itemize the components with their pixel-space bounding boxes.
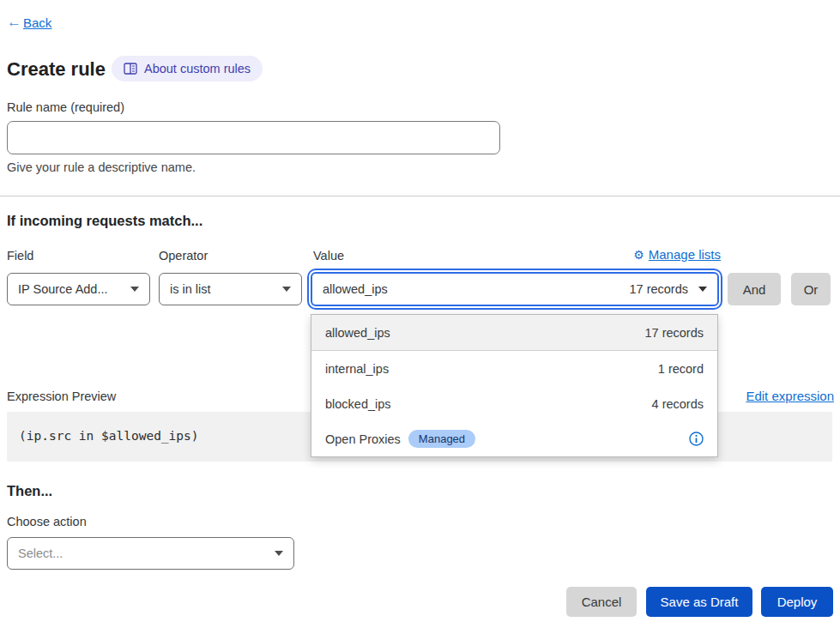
list-item-name: internal_ips [325,362,389,376]
deploy-button[interactable]: Deploy [761,587,833,617]
rule-name-helper: Give your rule a descriptive name. [7,160,196,174]
field-select[interactable]: IP Source Add... [7,273,150,305]
rule-name-label: Rule name (required) [7,100,124,114]
value-select-records: 17 records [629,282,688,296]
value-label: Value [313,249,344,263]
book-icon [124,63,137,75]
rule-name-input[interactable] [7,121,500,154]
list-item-blocked-ips[interactable]: blocked_ips 4 records [311,386,717,421]
value-select[interactable]: allowed_ips 17 records [311,272,719,306]
manage-lists-link[interactable]: ⚙ Manage lists [633,247,721,262]
then-section-heading: Then... [7,483,52,499]
list-item-internal-ips[interactable]: internal_ips 1 record [311,351,717,386]
chevron-down-icon [130,287,139,292]
list-item-records: 17 records [644,326,704,340]
list-item-name: Open Proxies [325,432,401,446]
expression-preview-label: Expression Preview [7,389,116,403]
and-button[interactable]: And [728,273,781,305]
list-item-allowed-ips[interactable]: allowed_ips 17 records [311,315,717,351]
value-dropdown-panel: allowed_ips 17 records internal_ips 1 re… [311,314,718,457]
managed-badge: Managed [408,430,475,448]
chevron-down-icon [282,287,291,292]
manage-lists-label: Manage lists [649,247,721,262]
action-select[interactable]: Select... [7,537,294,570]
about-custom-rules-label: About custom rules [144,62,251,75]
back-arrow-icon: ← [7,14,21,31]
save-as-draft-button[interactable]: Save as Draft [646,587,752,617]
list-item-records: 4 records [652,397,704,411]
list-item-open-proxies[interactable]: Open Proxies Managed [311,421,717,456]
section-divider [0,196,840,196]
back-link-label: Back [23,15,51,30]
info-icon[interactable] [689,432,704,446]
operator-select-value: is in list [170,282,211,296]
field-select-value: IP Source Add... [18,282,108,296]
value-select-value: allowed_ips [323,282,388,296]
chevron-down-icon [698,287,707,292]
edit-expression-link[interactable]: Edit expression [746,389,834,403]
operator-label: Operator [159,249,208,263]
or-button[interactable]: Or [791,273,831,305]
field-label: Field [7,249,33,263]
action-select-placeholder: Select... [18,546,63,560]
list-item-name: blocked_ips [325,397,391,411]
chevron-down-icon [275,551,283,556]
choose-action-label: Choose action [7,515,87,528]
match-section-heading: If incoming requests match... [7,213,202,229]
gear-icon: ⚙ [633,249,644,261]
operator-select[interactable]: is in list [159,273,302,305]
about-custom-rules-link[interactable]: About custom rules [112,56,263,82]
cancel-button[interactable]: Cancel [566,587,637,617]
page-title: Create rule [7,58,106,81]
list-item-name: allowed_ips [325,326,390,340]
list-item-records: 1 record [658,362,704,376]
create-rule-page: ← Back Create rule About custom rules Ru… [0,0,840,634]
back-link[interactable]: ← Back [7,14,51,31]
